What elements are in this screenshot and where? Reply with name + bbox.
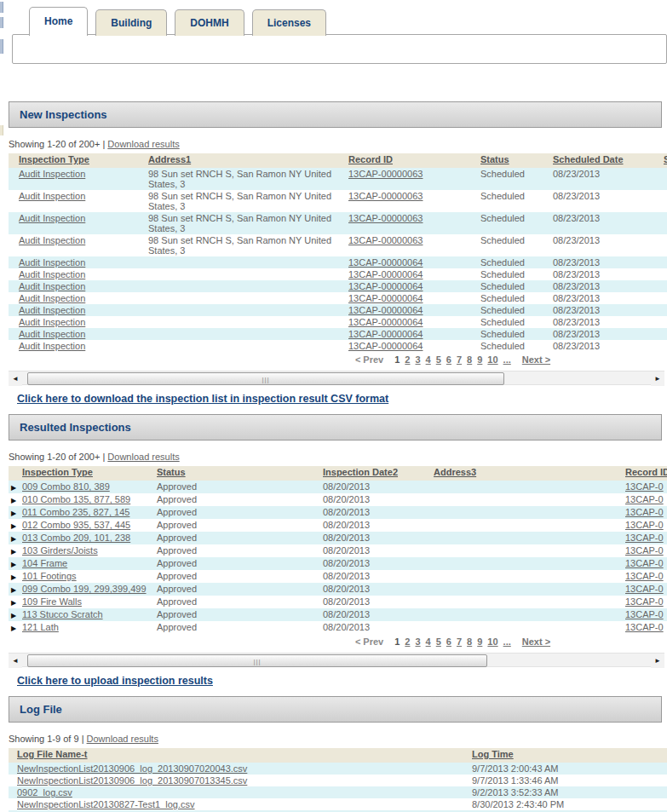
inspection-type-link[interactable]: Audit Inspection bbox=[19, 305, 85, 315]
inspection-type-link[interactable]: 099 Combo 199, 299,399,499 bbox=[22, 584, 147, 594]
expand-arrow-icon[interactable]: ▶ bbox=[11, 497, 16, 504]
prev-page-button[interactable]: < Prev bbox=[355, 354, 383, 365]
record-id-link[interactable]: 13CAP-00000064 bbox=[348, 329, 423, 339]
inspection-type-link[interactable]: Audit Inspection bbox=[19, 169, 85, 179]
prev-page-button[interactable]: < Prev bbox=[355, 636, 383, 647]
page-link[interactable]: 10 bbox=[487, 354, 497, 365]
expand-arrow-icon[interactable]: ▶ bbox=[11, 625, 16, 632]
page-link[interactable]: 7 bbox=[457, 636, 462, 647]
col-address1[interactable]: Address1 bbox=[148, 154, 191, 164]
next-page-button[interactable]: Next > bbox=[522, 354, 550, 365]
record-id-link[interactable]: 13CAP-00000064 bbox=[348, 341, 423, 351]
page-link[interactable]: 9 bbox=[477, 354, 482, 365]
tab-licenses[interactable]: Licenses bbox=[252, 9, 326, 36]
col-record-id[interactable]: Record ID bbox=[348, 154, 393, 164]
record-id-link[interactable]: 13CAP-00000064 bbox=[348, 305, 423, 315]
inspection-type-link[interactable]: Audit Inspection bbox=[19, 281, 85, 291]
col-inspection-date2[interactable]: Inspection Date2 bbox=[323, 467, 398, 477]
inspection-type-link[interactable]: Audit Inspection bbox=[19, 191, 85, 201]
record-id-link[interactable]: 13CAP-0 bbox=[625, 533, 664, 543]
page-link[interactable]: 5 bbox=[436, 354, 441, 365]
download-results-link[interactable]: Download results bbox=[107, 452, 179, 462]
col-inspection-type[interactable]: Inspection Type bbox=[19, 154, 89, 164]
log-file-link[interactable]: NewInspectionList20130906_log_2013090701… bbox=[17, 775, 247, 786]
page-link[interactable]: 8 bbox=[467, 636, 472, 647]
inspection-type-link[interactable]: 010 Combo 135, 877, 589 bbox=[22, 494, 130, 504]
page-link[interactable]: 8 bbox=[467, 354, 472, 365]
upload-results-link[interactable]: Click here to upload inspection results bbox=[17, 675, 213, 687]
scroll-right-icon[interactable]: ► bbox=[651, 371, 664, 386]
inspection-type-link[interactable]: 012 Combo 935, 537, 445 bbox=[22, 520, 130, 530]
record-id-link[interactable]: 13CAP-00000064 bbox=[348, 269, 423, 279]
page-link[interactable]: 5 bbox=[436, 636, 441, 647]
next-page-button[interactable]: Next > bbox=[522, 636, 550, 647]
download-results-link[interactable]: Download results bbox=[87, 734, 158, 744]
page-link[interactable]: ... bbox=[503, 636, 511, 647]
page-link[interactable]: 7 bbox=[457, 354, 462, 365]
record-id-link[interactable]: 13CAP-0 bbox=[625, 494, 664, 504]
page-link[interactable]: 1 bbox=[394, 636, 400, 647]
csv-download-link[interactable]: Click here to download the inspection li… bbox=[17, 393, 388, 405]
expand-arrow-icon[interactable]: ▶ bbox=[11, 510, 16, 517]
expand-arrow-icon[interactable]: ▶ bbox=[11, 599, 16, 607]
record-id-link[interactable]: 13CAP-00000063 bbox=[348, 191, 423, 201]
page-link[interactable]: 9 bbox=[477, 636, 482, 647]
record-id-link[interactable]: 13CAP-00000064 bbox=[348, 281, 423, 291]
inspection-type-link[interactable]: 121 Lath bbox=[22, 622, 59, 632]
page-link[interactable]: 1 bbox=[394, 354, 400, 365]
page-link[interactable]: ... bbox=[503, 354, 511, 365]
expand-arrow-icon[interactable]: ▶ bbox=[11, 522, 16, 530]
inspection-type-link[interactable]: 009 Combo 810, 389 bbox=[22, 481, 110, 492]
inspection-type-link[interactable]: 113 Stucco Scratch bbox=[22, 609, 103, 619]
page-link[interactable]: 6 bbox=[446, 636, 451, 647]
record-id-link[interactable]: 13CAP-00000063 bbox=[348, 235, 423, 245]
record-id-link[interactable]: 13CAP-0 bbox=[625, 622, 664, 632]
col-record-id[interactable]: Record ID bbox=[625, 467, 667, 477]
expand-arrow-icon[interactable]: ▶ bbox=[11, 484, 16, 492]
col-status[interactable]: Status bbox=[480, 154, 509, 164]
horizontal-scrollbar[interactable]: ◄ ||| ► bbox=[9, 371, 664, 385]
scroll-left-icon[interactable]: ◄ bbox=[9, 654, 22, 668]
inspection-type-link[interactable]: Audit Inspection bbox=[19, 317, 85, 327]
expand-arrow-icon[interactable]: ▶ bbox=[11, 586, 16, 594]
inspection-type-link[interactable]: Audit Inspection bbox=[19, 269, 85, 279]
record-id-link[interactable]: 13CAP-00000063 bbox=[348, 213, 423, 223]
col-status[interactable]: Status bbox=[157, 467, 186, 477]
tab-dohmh[interactable]: DOHMH bbox=[175, 9, 244, 36]
inspection-type-link[interactable]: Audit Inspection bbox=[19, 213, 85, 223]
expand-arrow-icon[interactable]: ▶ bbox=[11, 573, 16, 581]
inspection-type-link[interactable]: Audit Inspection bbox=[19, 329, 85, 339]
record-id-link[interactable]: 13CAP-0 bbox=[625, 545, 664, 556]
log-file-link[interactable]: 0902_log.csv bbox=[17, 787, 72, 798]
inspection-type-link[interactable]: Audit Inspection bbox=[19, 341, 85, 351]
inspection-type-link[interactable]: 103 Girders/Joists bbox=[22, 545, 98, 556]
record-id-link[interactable]: 13CAP-0 bbox=[625, 520, 664, 530]
record-id-link[interactable]: 13CAP-0 bbox=[625, 507, 664, 517]
record-id-link[interactable]: 13CAP-0 bbox=[625, 596, 664, 607]
page-link[interactable]: 2 bbox=[405, 354, 410, 365]
inspection-type-link[interactable]: 109 Fire Walls bbox=[22, 596, 82, 607]
record-id-link[interactable]: 13CAP-00000064 bbox=[348, 293, 423, 303]
scroll-right-icon[interactable]: ► bbox=[651, 654, 664, 668]
col-address3[interactable]: Address3 bbox=[434, 467, 476, 477]
page-link[interactable]: 4 bbox=[426, 354, 431, 365]
record-id-link[interactable]: 13CAP-0 bbox=[625, 584, 664, 594]
scrollbar-thumb[interactable]: ||| bbox=[27, 654, 487, 667]
tab-building[interactable]: Building bbox=[95, 9, 167, 36]
record-id-link[interactable]: 13CAP-00000063 bbox=[348, 169, 423, 179]
col-log-time[interactable]: Log Time bbox=[472, 749, 514, 759]
scroll-left-icon[interactable]: ◄ bbox=[9, 371, 22, 386]
page-link[interactable]: 6 bbox=[446, 354, 451, 365]
inspection-type-link[interactable]: 101 Footings bbox=[22, 571, 77, 581]
inspection-type-link[interactable]: Audit Inspection bbox=[19, 235, 85, 245]
inspection-type-link[interactable]: 104 Frame bbox=[22, 558, 67, 568]
record-id-link[interactable]: 13CAP-0 bbox=[625, 481, 664, 492]
expand-arrow-icon[interactable]: ▶ bbox=[11, 535, 16, 543]
inspection-type-link[interactable]: Audit Inspection bbox=[19, 293, 85, 303]
download-results-link[interactable]: Download results bbox=[107, 139, 179, 149]
col-inspection-type[interactable]: Inspection Type bbox=[22, 467, 93, 477]
page-link[interactable]: 3 bbox=[415, 354, 420, 365]
tab-home[interactable]: Home bbox=[29, 7, 88, 36]
record-id-link[interactable]: 13CAP-00000064 bbox=[348, 257, 423, 268]
horizontal-scrollbar[interactable]: ◄ ||| ► bbox=[9, 653, 664, 667]
